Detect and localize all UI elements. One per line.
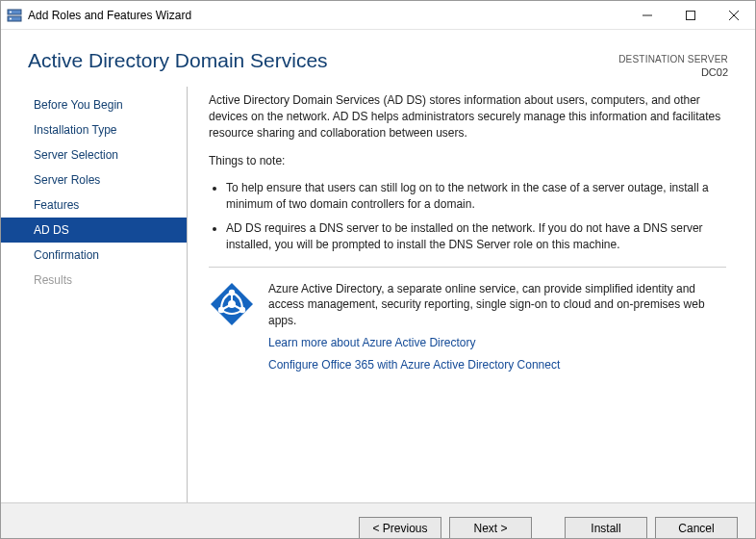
azure-text-block: Azure Active Directory, a separate onlin… xyxy=(268,281,726,373)
sidebar-item-server-roles[interactable]: Server Roles xyxy=(1,167,187,192)
azure-configure-link[interactable]: Configure Office 365 with Azure Active D… xyxy=(268,357,726,373)
sidebar-item-confirmation[interactable]: Confirmation xyxy=(1,243,187,268)
azure-learn-more-link[interactable]: Learn more about Azure Active Directory xyxy=(268,335,726,351)
svg-point-2 xyxy=(10,11,12,13)
svg-point-3 xyxy=(10,17,12,19)
close-button[interactable] xyxy=(712,1,755,29)
wizard-body: Before You Begin Installation Type Serve… xyxy=(1,87,755,502)
destination-label: DESTINATION SERVER xyxy=(618,53,728,65)
wizard-sidebar: Before You Begin Installation Type Serve… xyxy=(1,87,188,502)
sidebar-item-results: Results xyxy=(1,268,187,293)
intro-text: Active Directory Domain Services (AD DS)… xyxy=(209,92,726,141)
window-title: Add Roles and Features Wizard xyxy=(28,9,625,22)
wizard-header: Active Directory Domain Services DESTINA… xyxy=(1,30,755,87)
sidebar-item-server-selection[interactable]: Server Selection xyxy=(1,142,187,167)
sidebar-item-installation-type[interactable]: Installation Type xyxy=(1,117,187,142)
section-divider xyxy=(209,267,726,268)
previous-button[interactable]: < Previous xyxy=(359,517,441,539)
note-item: AD DS requires a DNS server to be instal… xyxy=(226,220,726,253)
wizard-footer: < Previous Next > Install Cancel xyxy=(1,502,755,539)
notes-title: Things to note: xyxy=(209,153,726,169)
azure-description: Azure Active Directory, a separate onlin… xyxy=(268,281,726,329)
install-button[interactable]: Install xyxy=(565,517,647,539)
next-button[interactable]: Next > xyxy=(449,517,532,539)
azure-info-block: Azure Active Directory, a separate onlin… xyxy=(209,281,726,373)
titlebar: Add Roles and Features Wizard xyxy=(1,1,755,30)
sidebar-item-features[interactable]: Features xyxy=(1,192,187,218)
wizard-content: Active Directory Domain Services (AD DS)… xyxy=(188,87,728,502)
sidebar-item-ad-ds[interactable]: AD DS xyxy=(1,218,187,243)
svg-rect-5 xyxy=(686,11,694,19)
azure-ad-icon xyxy=(209,281,255,327)
server-manager-icon xyxy=(7,8,22,23)
note-item: To help ensure that users can still log … xyxy=(226,180,726,213)
maximize-button[interactable] xyxy=(668,1,712,29)
minimize-button[interactable] xyxy=(625,1,668,29)
page-title: Active Directory Domain Services xyxy=(28,49,328,72)
sidebar-item-before-you-begin[interactable]: Before You Begin xyxy=(1,92,187,117)
cancel-button[interactable]: Cancel xyxy=(655,517,738,539)
destination-server-name: DC02 xyxy=(618,65,728,79)
destination-server-block: DESTINATION SERVER DC02 xyxy=(618,49,728,79)
notes-list: To help ensure that users can still log … xyxy=(209,180,726,252)
window-controls xyxy=(625,1,755,29)
